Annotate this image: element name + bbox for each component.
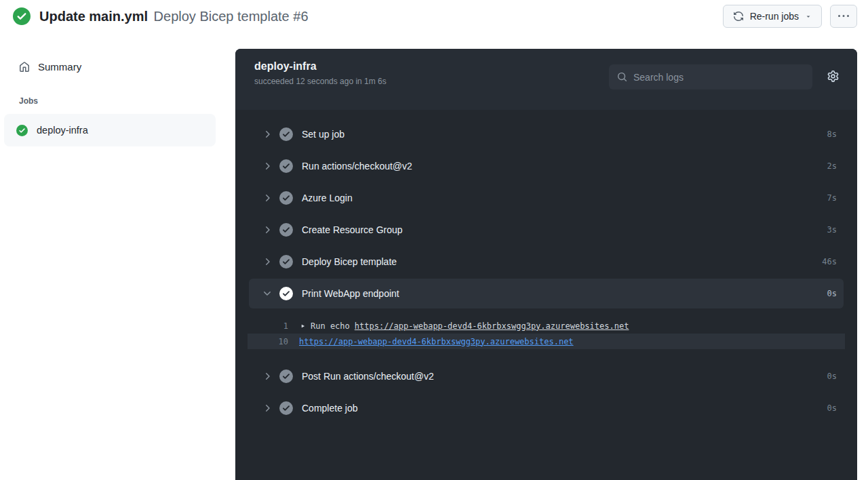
- run-success-icon: [13, 7, 31, 25]
- panel-header-actions: [609, 60, 840, 89]
- workflow-run-name: Deploy Bicep template #6: [154, 9, 309, 24]
- more-options-button[interactable]: [830, 5, 857, 28]
- kebab-icon: [838, 11, 849, 22]
- search-icon: [617, 72, 627, 82]
- step-log-output: 1 Run echo https://app-webapp-devd4-6kbr…: [235, 308, 857, 360]
- step-duration: 2s: [827, 161, 837, 171]
- log-line-highlighted: 10 https://app-webapp-devd4-6kbrbxswgg3p…: [248, 334, 845, 349]
- step-label: Run actions/checkout@v2: [302, 161, 412, 172]
- step-duration: 7s: [827, 193, 837, 203]
- step-create-resource-group[interactable]: Create Resource Group 3s: [235, 214, 857, 245]
- log-line-number[interactable]: 1: [248, 321, 288, 331]
- step-duration: 0s: [827, 289, 837, 298]
- step-success-icon: [279, 159, 293, 173]
- step-success-icon: [279, 255, 293, 268]
- gear-icon: [827, 71, 839, 82]
- chevron-right-icon: [262, 256, 273, 267]
- page-title: Update main.yml Deploy Bicep template #6: [39, 9, 309, 24]
- chevron-right-icon: [262, 129, 273, 140]
- log-line: 1 Run echo https://app-webapp-devd4-6kbr…: [235, 318, 857, 334]
- step-print-webapp-endpoint[interactable]: Print WebApp endpoint 0s: [249, 279, 844, 308]
- job-title: deploy-infra: [254, 60, 387, 73]
- step-duration: 0s: [827, 372, 837, 381]
- log-command: Run echo: [311, 321, 350, 331]
- step-label: Post Run actions/checkout@v2: [302, 371, 434, 382]
- webapp-endpoint-link[interactable]: https://app-webapp-devd4-6kbrbxswgg3py.a…: [299, 337, 574, 346]
- chevron-right-icon: [262, 224, 273, 235]
- step-label: Deploy Bicep template: [302, 256, 397, 267]
- job-name: deploy-infra: [37, 125, 88, 136]
- step-deploy-bicep-template[interactable]: Deploy Bicep template 46s: [235, 245, 857, 277]
- steps-list: Set up job 8s Run actions/checkout@v2 2s…: [235, 110, 857, 424]
- step-success-icon: [279, 287, 293, 300]
- step-duration: 3s: [827, 225, 837, 235]
- step-complete-job[interactable]: Complete job 0s: [235, 392, 857, 424]
- rerun-jobs-button[interactable]: Re-run jobs: [723, 5, 822, 28]
- job-panel-titles: deploy-infra succeeded 12 seconds ago in…: [254, 60, 387, 86]
- step-duration: 0s: [827, 403, 837, 413]
- summary-label: Summary: [38, 61, 81, 73]
- step-duration: 8s: [827, 129, 837, 139]
- step-set-up-job[interactable]: Set up job 8s: [235, 118, 857, 150]
- chevron-right-icon: [262, 193, 273, 203]
- log-url[interactable]: https://app-webapp-devd4-6kbrbxswgg3py.a…: [355, 321, 629, 331]
- sidebar-item-job-deploy-infra[interactable]: deploy-infra: [4, 114, 216, 146]
- caret-down-icon: [805, 11, 812, 22]
- header-actions: Re-run jobs: [723, 5, 857, 28]
- step-success-icon: [279, 127, 293, 141]
- commit-title: Update main.yml: [39, 9, 148, 24]
- sidebar-item-summary[interactable]: Summary: [4, 58, 216, 76]
- home-icon: [19, 62, 30, 73]
- step-success-icon: [279, 223, 293, 237]
- job-status-line: succeeded 12 seconds ago in 1m 6s: [254, 77, 387, 86]
- job-panel-header: deploy-infra succeeded 12 seconds ago in…: [235, 49, 857, 110]
- step-success-icon: [279, 369, 293, 383]
- job-log-panel: deploy-infra succeeded 12 seconds ago in…: [235, 49, 857, 480]
- rerun-jobs-label: Re-run jobs: [750, 11, 799, 22]
- log-line-number[interactable]: 10: [248, 337, 288, 346]
- search-logs-input[interactable]: [633, 72, 804, 83]
- step-success-icon: [279, 191, 293, 205]
- content: Summary Jobs deploy-infra deploy-infra s…: [0, 49, 868, 480]
- step-label: Create Resource Group: [302, 224, 403, 235]
- log-settings-button[interactable]: [827, 71, 839, 84]
- run-header: Update main.yml Deploy Bicep template #6…: [0, 0, 868, 31]
- sidebar: Summary Jobs deploy-infra: [0, 49, 235, 146]
- jobs-heading: Jobs: [19, 96, 216, 106]
- step-label: Print WebApp endpoint: [302, 288, 399, 299]
- expand-run-icon[interactable]: [299, 323, 306, 329]
- step-label: Set up job: [302, 129, 344, 140]
- job-success-icon: [16, 125, 28, 136]
- step-duration: 46s: [822, 257, 837, 266]
- search-logs-box[interactable]: [609, 64, 812, 89]
- sync-icon: [733, 11, 744, 22]
- step-label: Complete job: [302, 403, 358, 414]
- step-post-run-checkout[interactable]: Post Run actions/checkout@v2 0s: [235, 360, 857, 392]
- step-success-icon: [279, 401, 293, 415]
- chevron-right-icon: [262, 161, 273, 172]
- step-run-checkout[interactable]: Run actions/checkout@v2 2s: [235, 150, 857, 182]
- chevron-down-icon: [262, 288, 273, 299]
- step-label: Azure Login: [302, 193, 353, 203]
- step-azure-login[interactable]: Azure Login 7s: [235, 182, 857, 214]
- chevron-right-icon: [262, 371, 273, 382]
- chevron-right-icon: [262, 403, 273, 414]
